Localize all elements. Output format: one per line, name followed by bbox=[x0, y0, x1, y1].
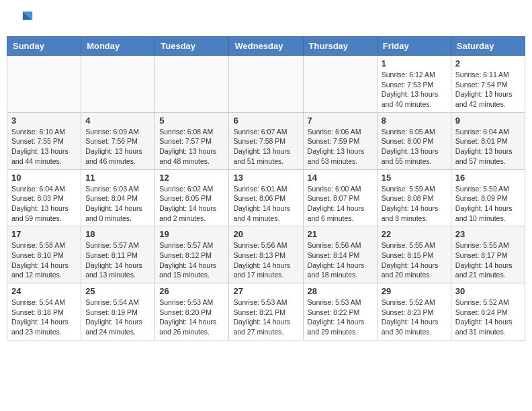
calendar-cell bbox=[229, 56, 303, 113]
day-number: 6 bbox=[233, 116, 298, 126]
day-number: 25 bbox=[85, 286, 150, 296]
day-info: Sunrise: 5:54 AMSunset: 8:19 PMDaylight:… bbox=[85, 298, 150, 337]
column-header-wednesday: Wednesday bbox=[229, 37, 303, 56]
calendar-cell: 5Sunrise: 6:08 AMSunset: 7:57 PMDaylight… bbox=[155, 112, 229, 169]
calendar-week-5: 24Sunrise: 5:54 AMSunset: 8:18 PMDayligh… bbox=[7, 283, 525, 340]
day-info: Sunrise: 6:01 AMSunset: 8:06 PMDaylight:… bbox=[233, 184, 298, 224]
day-number: 28 bbox=[308, 286, 373, 296]
day-number: 30 bbox=[455, 286, 521, 296]
day-number: 16 bbox=[455, 173, 521, 183]
day-number: 15 bbox=[382, 173, 447, 183]
column-header-thursday: Thursday bbox=[303, 37, 377, 56]
calendar-cell: 24Sunrise: 5:54 AMSunset: 8:18 PMDayligh… bbox=[7, 283, 81, 340]
calendar-cell: 14Sunrise: 6:00 AMSunset: 8:07 PMDayligh… bbox=[303, 169, 377, 226]
day-info: Sunrise: 6:08 AMSunset: 7:57 PMDaylight:… bbox=[159, 127, 224, 167]
day-info: Sunrise: 5:57 AMSunset: 8:12 PMDaylight:… bbox=[159, 240, 224, 280]
day-number: 8 bbox=[382, 116, 447, 126]
calendar-cell: 29Sunrise: 5:52 AMSunset: 8:23 PMDayligh… bbox=[377, 283, 451, 340]
calendar-cell: 1Sunrise: 6:12 AMSunset: 7:53 PMDaylight… bbox=[377, 56, 451, 113]
day-info: Sunrise: 5:59 AMSunset: 8:09 PMDaylight:… bbox=[455, 184, 521, 224]
day-info: Sunrise: 6:12 AMSunset: 7:53 PMDaylight:… bbox=[382, 70, 447, 109]
calendar-cell: 12Sunrise: 6:02 AMSunset: 8:05 PMDayligh… bbox=[155, 169, 229, 226]
day-info: Sunrise: 6:04 AMSunset: 8:01 PMDaylight:… bbox=[455, 127, 521, 167]
calendar-week-4: 17Sunrise: 5:58 AMSunset: 8:10 PMDayligh… bbox=[7, 226, 525, 283]
column-header-friday: Friday bbox=[377, 37, 451, 56]
day-info: Sunrise: 5:56 AMSunset: 8:14 PMDaylight:… bbox=[308, 240, 373, 280]
day-info: Sunrise: 6:00 AMSunset: 8:07 PMDaylight:… bbox=[308, 184, 373, 224]
day-info: Sunrise: 6:09 AMSunset: 7:56 PMDaylight:… bbox=[85, 127, 150, 167]
calendar-cell: 8Sunrise: 6:05 AMSunset: 8:00 PMDaylight… bbox=[377, 112, 451, 169]
calendar-table: SundayMondayTuesdayWednesdayThursdayFrid… bbox=[7, 36, 525, 340]
calendar-cell: 17Sunrise: 5:58 AMSunset: 8:10 PMDayligh… bbox=[7, 226, 81, 283]
day-info: Sunrise: 6:07 AMSunset: 7:58 PMDaylight:… bbox=[233, 127, 298, 167]
calendar-cell: 25Sunrise: 5:54 AMSunset: 8:19 PMDayligh… bbox=[81, 283, 155, 340]
calendar-cell: 6Sunrise: 6:07 AMSunset: 7:58 PMDaylight… bbox=[229, 112, 303, 169]
day-number: 5 bbox=[159, 116, 224, 126]
day-number: 27 bbox=[233, 286, 298, 296]
day-number: 13 bbox=[233, 173, 298, 183]
day-info: Sunrise: 5:59 AMSunset: 8:08 PMDaylight:… bbox=[382, 184, 447, 224]
calendar-cell: 27Sunrise: 5:53 AMSunset: 8:21 PMDayligh… bbox=[229, 283, 303, 340]
calendar-header-row: SundayMondayTuesdayWednesdayThursdayFrid… bbox=[7, 37, 525, 56]
day-number: 12 bbox=[159, 173, 224, 183]
calendar-week-1: 1Sunrise: 6:12 AMSunset: 7:53 PMDaylight… bbox=[7, 56, 525, 113]
day-info: Sunrise: 5:55 AMSunset: 8:17 PMDaylight:… bbox=[455, 240, 521, 280]
day-number: 17 bbox=[11, 229, 77, 239]
column-header-sunday: Sunday bbox=[7, 37, 81, 56]
day-info: Sunrise: 5:52 AMSunset: 8:23 PMDaylight:… bbox=[382, 298, 447, 337]
day-number: 7 bbox=[308, 116, 373, 126]
day-number: 2 bbox=[455, 58, 521, 68]
day-info: Sunrise: 6:02 AMSunset: 8:05 PMDaylight:… bbox=[159, 184, 224, 224]
calendar-week-2: 3Sunrise: 6:10 AMSunset: 7:55 PMDaylight… bbox=[7, 112, 525, 169]
column-header-monday: Monday bbox=[81, 37, 155, 56]
calendar-cell: 28Sunrise: 5:53 AMSunset: 8:22 PMDayligh… bbox=[303, 283, 377, 340]
calendar-cell: 10Sunrise: 6:04 AMSunset: 8:03 PMDayligh… bbox=[7, 169, 81, 226]
day-number: 26 bbox=[159, 286, 224, 296]
calendar-cell: 2Sunrise: 6:11 AMSunset: 7:54 PMDaylight… bbox=[451, 56, 525, 113]
page-header bbox=[7, 7, 525, 31]
calendar-cell: 13Sunrise: 6:01 AMSunset: 8:06 PMDayligh… bbox=[229, 169, 303, 226]
calendar-cell: 11Sunrise: 6:03 AMSunset: 8:04 PMDayligh… bbox=[81, 169, 155, 226]
calendar-cell: 26Sunrise: 5:53 AMSunset: 8:20 PMDayligh… bbox=[155, 283, 229, 340]
day-info: Sunrise: 5:52 AMSunset: 8:24 PMDaylight:… bbox=[455, 298, 521, 337]
day-number: 21 bbox=[308, 229, 373, 239]
day-number: 9 bbox=[455, 116, 521, 126]
day-info: Sunrise: 6:03 AMSunset: 8:04 PMDaylight:… bbox=[85, 184, 150, 224]
calendar-cell: 15Sunrise: 5:59 AMSunset: 8:08 PMDayligh… bbox=[377, 169, 451, 226]
day-number: 22 bbox=[382, 229, 447, 239]
calendar-cell: 18Sunrise: 5:57 AMSunset: 8:11 PMDayligh… bbox=[81, 226, 155, 283]
calendar-cell: 4Sunrise: 6:09 AMSunset: 7:56 PMDaylight… bbox=[81, 112, 155, 169]
day-info: Sunrise: 5:54 AMSunset: 8:18 PMDaylight:… bbox=[11, 298, 77, 337]
day-info: Sunrise: 5:56 AMSunset: 8:13 PMDaylight:… bbox=[233, 240, 298, 280]
day-number: 4 bbox=[85, 116, 150, 126]
logo-icon bbox=[9, 7, 34, 31]
day-info: Sunrise: 5:57 AMSunset: 8:11 PMDaylight:… bbox=[85, 240, 150, 280]
day-number: 10 bbox=[11, 173, 77, 183]
day-number: 18 bbox=[85, 229, 150, 239]
calendar-cell bbox=[81, 56, 155, 113]
day-info: Sunrise: 6:06 AMSunset: 7:59 PMDaylight:… bbox=[308, 127, 373, 167]
day-info: Sunrise: 6:10 AMSunset: 7:55 PMDaylight:… bbox=[11, 127, 77, 167]
day-number: 20 bbox=[233, 229, 298, 239]
calendar-cell bbox=[155, 56, 229, 113]
calendar-cell: 21Sunrise: 5:56 AMSunset: 8:14 PMDayligh… bbox=[303, 226, 377, 283]
logo bbox=[9, 7, 36, 31]
calendar-cell: 7Sunrise: 6:06 AMSunset: 7:59 PMDaylight… bbox=[303, 112, 377, 169]
calendar-cell bbox=[7, 56, 81, 113]
day-number: 23 bbox=[455, 229, 521, 239]
day-number: 29 bbox=[382, 286, 447, 296]
day-info: Sunrise: 5:58 AMSunset: 8:10 PMDaylight:… bbox=[11, 240, 77, 280]
day-number: 11 bbox=[85, 173, 150, 183]
calendar-cell: 23Sunrise: 5:55 AMSunset: 8:17 PMDayligh… bbox=[451, 226, 525, 283]
calendar-cell bbox=[303, 56, 377, 113]
day-number: 19 bbox=[159, 229, 224, 239]
day-info: Sunrise: 5:53 AMSunset: 8:22 PMDaylight:… bbox=[308, 298, 373, 337]
calendar-cell: 20Sunrise: 5:56 AMSunset: 8:13 PMDayligh… bbox=[229, 226, 303, 283]
day-info: Sunrise: 5:55 AMSunset: 8:15 PMDaylight:… bbox=[382, 240, 447, 280]
calendar-cell: 9Sunrise: 6:04 AMSunset: 8:01 PMDaylight… bbox=[451, 112, 525, 169]
day-info: Sunrise: 6:05 AMSunset: 8:00 PMDaylight:… bbox=[382, 127, 447, 167]
day-number: 1 bbox=[382, 58, 447, 68]
column-header-tuesday: Tuesday bbox=[155, 37, 229, 56]
day-number: 24 bbox=[11, 286, 77, 296]
calendar-cell: 16Sunrise: 5:59 AMSunset: 8:09 PMDayligh… bbox=[451, 169, 525, 226]
